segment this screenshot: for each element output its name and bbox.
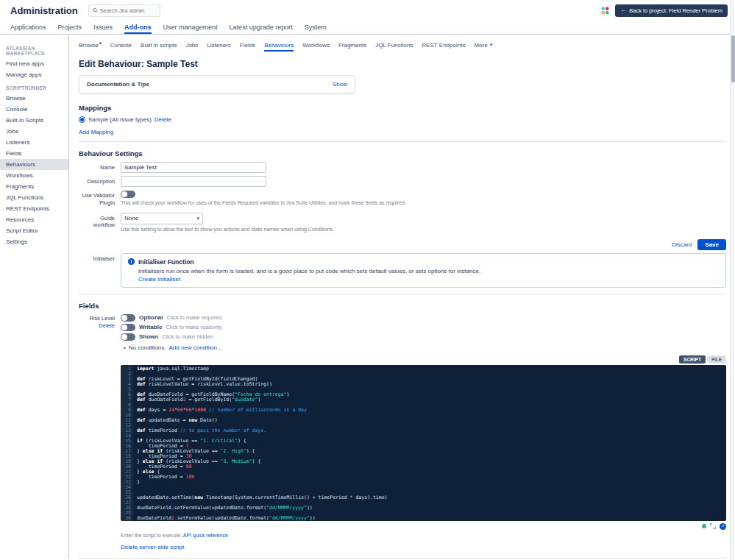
sidebar-item-behaviours[interactable]: Behaviours: [0, 159, 68, 170]
description-input[interactable]: [121, 176, 266, 187]
line-number: 30: [121, 516, 131, 521]
code-line: [137, 413, 726, 418]
nav-item-applications[interactable]: Applications: [10, 21, 46, 34]
field-delete-link[interactable]: Delete: [79, 322, 115, 330]
conditions-text: No conditions.: [129, 344, 166, 351]
sidebar-item-resources[interactable]: Resources: [0, 214, 68, 225]
section-divider: [79, 141, 726, 142]
tab-workflows[interactable]: Workflows: [302, 38, 330, 52]
mapping-row: Sample (All issue types) Delete: [79, 116, 726, 123]
script-tab[interactable]: SCRIPT: [679, 355, 706, 364]
code-line: timePeriod = 180: [137, 475, 726, 480]
sidebar-item-built-in-scripts[interactable]: Built-in Scripts: [0, 115, 68, 126]
add-condition-link[interactable]: Add new condition...: [169, 344, 222, 351]
tab-browse[interactable]: Browse: [79, 38, 102, 52]
tab-more-label: More: [474, 42, 487, 49]
validator-toggle[interactable]: [121, 191, 135, 198]
toggle-knob: [121, 191, 127, 197]
page-scrollbar[interactable]: [730, 0, 735, 560]
toggle-shown[interactable]: [121, 333, 135, 341]
code-line: updatedDate.setTime(new Timestamp(System…: [137, 495, 726, 500]
create-initialiser-link[interactable]: Create initialiser.: [138, 276, 719, 283]
code-line: import java.sql.Timestamp: [137, 366, 726, 372]
admin-search[interactable]: [88, 4, 160, 17]
field-toggles: OptionalClick to make requiredWritableCl…: [121, 314, 726, 341]
sidebar-item-jobs[interactable]: Jobs: [0, 126, 68, 137]
toggle-knob: [121, 325, 127, 330]
delete-server-side-script-link[interactable]: Delete server-side script: [121, 544, 726, 550]
sidebar-item-listeners[interactable]: Listeners: [0, 137, 68, 148]
tab-built-in-scripts[interactable]: Built in scripts: [141, 38, 177, 52]
docs-show-link[interactable]: Show: [333, 81, 347, 88]
toggle-writable[interactable]: [121, 324, 135, 331]
tab-jql-functions[interactable]: JQL Functions: [375, 38, 413, 52]
tab-behaviours[interactable]: Behaviours: [264, 38, 294, 52]
nav-item-latest-upgrade-report[interactable]: Latest upgrade report: [230, 21, 293, 34]
search-input[interactable]: [100, 7, 156, 14]
toggle-optional[interactable]: [121, 314, 135, 322]
tab-listeners[interactable]: Listeners: [207, 38, 230, 52]
sidebar-item-jql-functions[interactable]: JQL Functions: [0, 192, 68, 203]
radio-dot: [80, 118, 84, 121]
mapping-radio[interactable]: [79, 116, 85, 123]
description-row: Description: [79, 176, 726, 187]
tab-jobs[interactable]: Jobs: [185, 38, 198, 52]
toggle-knob: [121, 334, 127, 340]
tab-fields[interactable]: Fields: [240, 38, 255, 52]
apps-icon[interactable]: [601, 7, 609, 15]
header-actions: ← Back to project: Field Render Problem: [601, 4, 728, 17]
sidebar-item-rest-endpoints[interactable]: REST Endpoints: [0, 203, 68, 214]
mapping-delete-link[interactable]: Delete: [155, 116, 171, 123]
code-line: dueDateField2.setFormValue(updatedDate.f…: [137, 516, 726, 521]
tab-badge-dot: [99, 42, 102, 44]
admin-header: Administration ← Back to project: Field …: [0, 0, 735, 21]
docs-panel-title: Documentation & Tips: [87, 81, 149, 88]
nav-item-projects[interactable]: Projects: [58, 21, 82, 34]
sidebar-item-script-editor[interactable]: Script Editor: [0, 225, 68, 236]
sidebar-item-workflows[interactable]: Workflows: [0, 170, 68, 181]
scrollbar-thumb[interactable]: [731, 35, 735, 82]
script-help-text: Enter the script to execute.: [121, 533, 182, 538]
sidebar-item-manage-apps[interactable]: Manage apps: [0, 69, 68, 80]
tab-more[interactable]: More ▾: [474, 38, 492, 52]
api-quick-reference-link[interactable]: API quick reference: [183, 533, 228, 538]
sidebar-item-find-new-apps[interactable]: Find new apps: [0, 58, 68, 69]
save-button-mid[interactable]: Save: [697, 239, 726, 250]
validator-row: Use Validator Plugin This will check you…: [79, 190, 726, 210]
name-input[interactable]: [121, 162, 266, 173]
field-config-row: Risk Level Delete OptionalClick to make …: [79, 314, 726, 552]
code-line: } else if (riskLevelValue == "2. High") …: [137, 449, 726, 454]
add-mapping-link[interactable]: Add Mapping: [79, 129, 726, 135]
tab-fragments[interactable]: Fragments: [338, 38, 366, 52]
sidebar-item-settings[interactable]: Settings: [0, 236, 68, 247]
docs-panel: Documentation & Tips Show: [79, 75, 355, 93]
fullscreen-icon[interactable]: [710, 523, 716, 529]
nav-item-system[interactable]: System: [305, 21, 327, 34]
tab-rest-endpoints[interactable]: REST Endpoints: [422, 38, 465, 52]
nav-item-issues[interactable]: Issues: [93, 21, 113, 34]
sidebar: ATLASSIAN MARKETPLACEFind new appsManage…: [0, 35, 69, 559]
back-to-project-button[interactable]: ← Back to project: Field Render Problem: [615, 4, 728, 17]
toggle-label: Shown: [139, 333, 158, 340]
help-icon[interactable]: ?: [720, 523, 726, 530]
section-divider: [79, 294, 726, 294]
sidebar-item-browse[interactable]: Browse: [0, 93, 68, 104]
sidebar-section-title: ATLASSIAN MARKETPLACE: [0, 40, 68, 58]
code-editor[interactable]: 1234567891011121314151617181920212223242…: [121, 365, 726, 521]
settings-actions: Discard Save: [79, 239, 726, 250]
guide-workflow-select[interactable]: None ▾: [121, 213, 203, 224]
field-name-label: Risk Level: [79, 315, 115, 322]
description-label: Description: [79, 176, 121, 187]
script-ok-dot: [702, 524, 706, 528]
discard-link-mid[interactable]: Discard: [672, 241, 692, 248]
sidebar-item-console[interactable]: Console: [0, 104, 68, 115]
nav-item-add-ons[interactable]: Add-ons: [124, 21, 152, 34]
tab-console[interactable]: Console: [110, 38, 132, 52]
editor-status-bar: ?: [121, 523, 726, 530]
nav-item-user-management[interactable]: User management: [163, 21, 218, 34]
toggle-knob: [121, 315, 127, 321]
sidebar-item-fragments[interactable]: Fragments: [0, 181, 68, 192]
editor-code[interactable]: import java.sql.Timestamp def riskLevel …: [133, 365, 726, 521]
file-tab[interactable]: FILE: [707, 355, 726, 364]
sidebar-item-fields[interactable]: Fields: [0, 148, 68, 159]
